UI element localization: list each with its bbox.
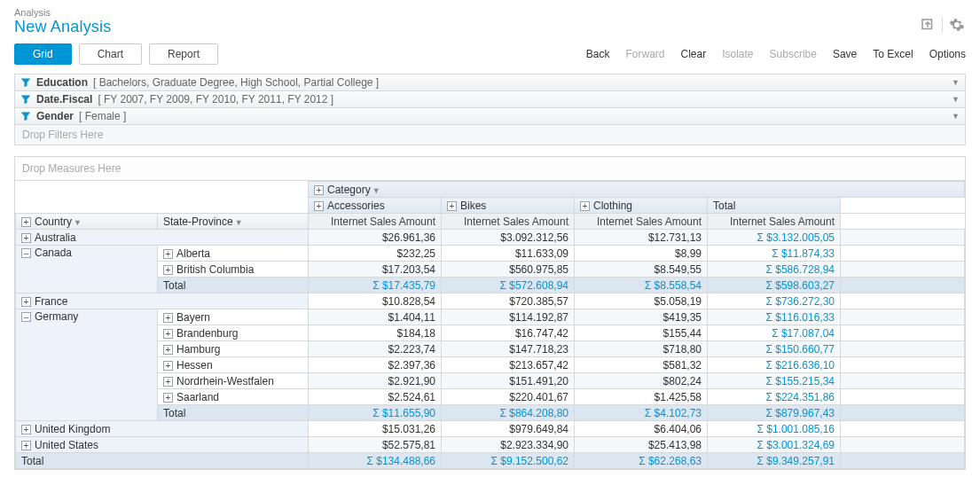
expand-icon[interactable]: +	[21, 233, 31, 243]
filter-dim-label: Gender	[36, 110, 74, 122]
cell: $1.425,58	[575, 389, 708, 405]
action-options[interactable]: Options	[929, 48, 966, 60]
action-save[interactable]: Save	[833, 48, 857, 60]
drop-filters-zone[interactable]: Drop Filters Here	[14, 125, 966, 145]
collapse-icon[interactable]: –	[21, 248, 31, 258]
funnel-icon	[20, 77, 31, 88]
cell: $52.575,81	[309, 437, 442, 453]
tab-grid[interactable]: Grid	[14, 43, 72, 65]
row-brandenburg[interactable]: +Brandenburg	[158, 325, 309, 341]
collapse-icon[interactable]: –	[21, 312, 31, 322]
col-accessories[interactable]: +Accessories	[309, 198, 442, 214]
cell: $11.633,09	[442, 246, 575, 262]
cell-total: Σ $17.087,04	[708, 325, 841, 341]
cell: $720.385,57	[442, 293, 575, 309]
filter-date-fiscal[interactable]: Date.Fiscal [ FY 2007, FY 2009, FY 2010,…	[14, 91, 966, 108]
funnel-icon	[20, 111, 31, 121]
cell: $2.921,90	[309, 373, 442, 389]
row-british-columbia[interactable]: +British Columbia	[158, 262, 309, 278]
cell: $718,80	[575, 341, 708, 357]
row-canada[interactable]: –Canada	[16, 246, 158, 293]
cell-total: Σ $1.001.085,16	[708, 421, 841, 437]
cell: $3.092.312,56	[442, 230, 575, 246]
col-total: Total	[708, 198, 841, 214]
row-uk[interactable]: +United Kingdom	[16, 421, 309, 437]
action-back[interactable]: Back	[586, 48, 610, 60]
row-dim-state[interactable]: State-Province▼	[158, 214, 309, 230]
cell: Σ $572.608,94	[442, 278, 575, 293]
action-clear[interactable]: Clear	[681, 48, 707, 60]
cell: $184,18	[309, 325, 442, 341]
expand-icon[interactable]: +	[447, 201, 457, 211]
cell-total: Σ $155.215,34	[708, 373, 841, 389]
action-subscribe: Subscribe	[770, 48, 817, 60]
cell-total: Σ $216.636,10	[708, 357, 841, 373]
col-bikes[interactable]: +Bikes	[442, 198, 575, 214]
pivot-grid: +Category▼ +Accessories +Bikes +Clothing…	[14, 181, 966, 470]
chevron-down-icon[interactable]: ▼	[952, 78, 960, 87]
cell-total: Σ $3.001.324,69	[708, 437, 841, 453]
chevron-down-icon[interactable]: ▼	[952, 112, 960, 121]
action-to-excel[interactable]: To Excel	[873, 48, 913, 60]
cell: $155,44	[575, 325, 708, 341]
drop-measures-zone[interactable]: Drop Measures Here	[14, 156, 966, 181]
cell: Σ $62.268,63	[575, 453, 708, 469]
cell-total: Σ $586.728,94	[708, 262, 841, 278]
tab-report[interactable]: Report	[149, 43, 218, 65]
toolbar-divider	[942, 17, 943, 33]
cell: $979.649,84	[442, 421, 575, 437]
cell: $220.401,67	[442, 389, 575, 405]
row-hessen[interactable]: +Hessen	[158, 357, 309, 373]
cell: $802,24	[575, 373, 708, 389]
chevron-down-icon[interactable]: ▼	[952, 95, 960, 104]
cell: $1.404,11	[309, 309, 442, 325]
row-saarland[interactable]: +Saarland	[158, 389, 309, 405]
cell: $232,25	[309, 246, 442, 262]
chevron-down-icon[interactable]: ▼	[372, 186, 380, 195]
tab-chart[interactable]: Chart	[79, 43, 142, 65]
cell: $419,35	[575, 309, 708, 325]
filter-selection: [ Female ]	[79, 110, 126, 122]
cell: Σ $17.435,79	[309, 278, 442, 293]
row-canada-total: Total	[158, 278, 309, 293]
cell-total: Σ $9.349.257,91	[708, 453, 841, 469]
cell: $8.549,55	[575, 262, 708, 278]
row-us[interactable]: +United States	[16, 437, 309, 453]
export-icon[interactable]	[919, 16, 937, 34]
cell: $26.961,36	[309, 230, 442, 246]
cell: $147.718,23	[442, 341, 575, 357]
row-nrw[interactable]: +Nordrhein-Westfalen	[158, 373, 309, 389]
cell: $5.058,19	[575, 293, 708, 309]
cell-total: Σ $224.351,86	[708, 389, 841, 405]
row-alberta[interactable]: +Alberta	[158, 246, 309, 262]
row-bayern[interactable]: +Bayern	[158, 309, 309, 325]
row-australia[interactable]: +Australia	[16, 230, 309, 246]
row-dim-country[interactable]: +Country▼	[16, 214, 158, 230]
row-france[interactable]: +France	[16, 293, 309, 309]
row-hamburg[interactable]: +Hamburg	[158, 341, 309, 357]
cell: $15.031,26	[309, 421, 442, 437]
cell: $2.397,36	[309, 357, 442, 373]
filter-dim-label: Date.Fiscal	[36, 93, 92, 106]
filter-education[interactable]: Education [ Bachelors, Graduate Degree, …	[14, 74, 966, 91]
col-clothing[interactable]: +Clothing	[575, 198, 708, 214]
expand-icon[interactable]: +	[314, 201, 324, 211]
cell: Σ $8.558,54	[575, 278, 708, 293]
expand-icon[interactable]: +	[314, 185, 324, 195]
row-germany[interactable]: –Germany	[16, 309, 158, 421]
filter-gender[interactable]: Gender [ Female ] ▼	[14, 108, 966, 125]
gear-icon[interactable]	[948, 16, 966, 34]
cell-total: Σ $736.272,30	[708, 293, 841, 309]
expand-icon[interactable]: +	[21, 217, 31, 227]
cell: $2.923.334,90	[442, 437, 575, 453]
cell: $560.975,85	[442, 262, 575, 278]
cell: $17.203,54	[309, 262, 442, 278]
cell-total: Σ $11.874,33	[708, 246, 841, 262]
column-category[interactable]: +Category▼	[309, 182, 965, 198]
cell: $2.223,74	[309, 341, 442, 357]
expand-icon[interactable]: +	[580, 201, 590, 211]
cell-total: Σ $150.660,77	[708, 341, 841, 357]
cell: $213.657,42	[442, 357, 575, 373]
action-forward: Forward	[625, 48, 664, 60]
cell: $16.747,42	[442, 325, 575, 341]
